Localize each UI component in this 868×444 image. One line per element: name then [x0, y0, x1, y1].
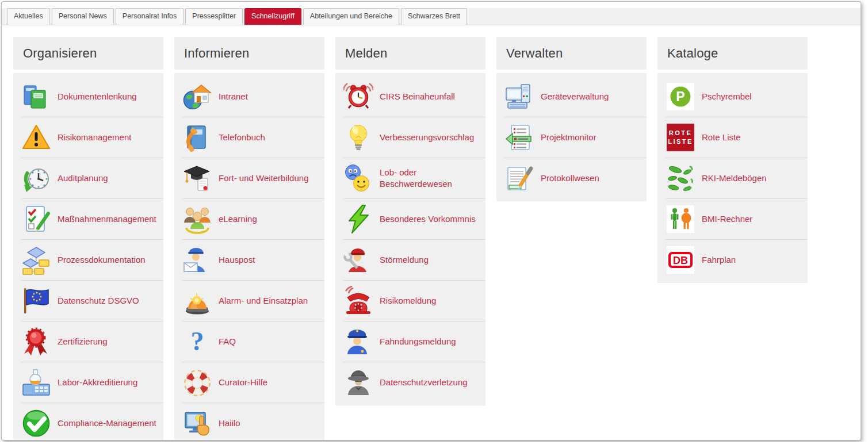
item-risikomanagement[interactable]: Risikomanagement: [13, 117, 163, 158]
item-fort-und-weiterbildung[interactable]: Fort- und Weiterbildung: [174, 158, 324, 198]
item-cirs-beinaheunfall[interactable]: CIRS Beinaheunfall: [335, 76, 485, 117]
checklist-pencil-icon: [21, 204, 51, 234]
tab-abteilungen-und-bereiche[interactable]: Abteilungen und Bereiche: [303, 8, 399, 25]
item-fahndungsmeldung[interactable]: Fahndungsmeldung: [335, 321, 485, 362]
item-label: FAQ: [219, 336, 236, 347]
flowchart-icon: [21, 245, 51, 275]
item-label: Datenschutzverletzung: [380, 377, 468, 388]
column-kataloge: Kataloge P Pschyrembel: [657, 37, 808, 283]
column-title: Kataloge: [657, 37, 808, 70]
column-verwalten: Verwalten: [496, 37, 647, 201]
alarm-clock-icon: [343, 82, 373, 112]
people-group-icon: [182, 204, 212, 234]
column-title: Organisieren: [13, 37, 163, 70]
tab-schnellzugriff[interactable]: Schnellzugriff: [244, 8, 301, 25]
item-label: Rote Liste: [702, 132, 741, 143]
item-label: Projektmonitor: [541, 132, 596, 143]
item-dokumentenlenkung[interactable]: Dokumentenlenkung: [13, 76, 163, 117]
item-label: Fort- und Weiterbildung: [219, 173, 308, 184]
item-label: Haiilo: [219, 418, 240, 429]
item-datenschutz-dsgvo[interactable]: Datenschutz DSGVO: [13, 280, 163, 321]
item-label: Datenschutz DSGVO: [58, 295, 139, 307]
smileys-icon: [343, 163, 373, 193]
column-title: Informieren: [174, 37, 324, 70]
police-officer-icon: [343, 327, 373, 357]
item-protokollwesen[interactable]: Protokollwesen: [496, 158, 647, 198]
item-geraeteverwaltung[interactable]: Geräteverwaltung: [496, 76, 647, 117]
item-label: BMI-Rechner: [702, 213, 752, 225]
item-label: Intranet: [219, 91, 248, 102]
books-icon: [21, 82, 51, 112]
item-rote-liste[interactable]: ROTE LISTE Rote Liste: [657, 117, 808, 158]
mechanic-wrench-icon: [343, 245, 373, 275]
warning-triangle-icon: [21, 123, 51, 152]
lifebuoy-icon: [182, 368, 212, 397]
column-organisieren: Organisieren Dokumentenlenkung: [13, 37, 163, 441]
item-verbesserungsvorschlag[interactable]: Verbesserungsvorschlag: [335, 117, 485, 158]
item-massnahmenmanagement[interactable]: Maßnahmenmanagement: [13, 198, 163, 239]
item-lob-oder-beschwerdewesen[interactable]: Lob- oder Beschwerdewesen: [335, 158, 485, 198]
item-label: eLearning: [219, 213, 257, 225]
tab-personalrat-infos[interactable]: Personalrat Infos: [116, 8, 184, 25]
document-arrow-icon: [504, 123, 534, 152]
item-stoermeldung[interactable]: Störmeldung: [335, 239, 485, 280]
green-check-icon: [21, 408, 51, 438]
item-label: Pschyrembel: [702, 91, 752, 102]
tab-schwarzes-brett[interactable]: Schwarzes Brett: [401, 8, 467, 25]
svg-text:P: P: [676, 89, 685, 104]
column-melden: Melden: [335, 37, 485, 405]
rosette-icon: [21, 327, 51, 357]
monitor-hand-icon: [182, 408, 212, 438]
item-label: Prozessdokumentation: [58, 254, 146, 266]
item-label: Verbesserungsvorschlag: [380, 132, 474, 143]
item-label: Maßnahmenmanagement: [58, 213, 156, 225]
item-label: Auditplanung: [58, 173, 108, 184]
lab-flask-icon: [21, 368, 51, 397]
item-label: Risikomeldung: [380, 295, 436, 307]
globe-house-icon: [182, 82, 212, 112]
item-labor-akkreditierung[interactable]: Labor-Akkreditierung: [13, 362, 163, 403]
item-hauspost[interactable]: Hauspost: [174, 239, 324, 280]
column-informieren: Informieren Intranet: [174, 37, 324, 441]
item-label: Telefonbuch: [219, 132, 265, 143]
item-telefonbuch[interactable]: Telefonbuch: [174, 117, 324, 158]
item-curator-hilfe[interactable]: Curator-Hilfe: [174, 362, 324, 403]
clock-audit-icon: [21, 163, 51, 193]
bmi-figures-icon: [666, 204, 695, 234]
item-elearning[interactable]: eLearning: [174, 198, 324, 239]
item-projektmonitor[interactable]: Projektmonitor: [496, 117, 647, 158]
item-label: Fahrplan: [702, 254, 736, 266]
quick-access-grid: Organisieren Dokumentenlenkung: [2, 25, 861, 441]
item-prozessdokumentation[interactable]: Prozessdokumentation: [13, 239, 163, 280]
item-besonderes-vorkommnis[interactable]: Besonderes Vorkommnis: [335, 198, 485, 239]
column-title: Melden: [335, 37, 485, 70]
item-alarm-und-einsatzplan[interactable]: Alarm- und Einsatzplan: [174, 280, 324, 321]
item-label: Störmeldung: [380, 254, 429, 266]
item-auditplanung[interactable]: Auditplanung: [13, 158, 163, 198]
db-logo-icon: DB: [666, 245, 695, 275]
item-intranet[interactable]: Intranet: [174, 76, 324, 117]
svg-text:DB: DB: [673, 255, 688, 266]
siren-icon: [182, 286, 212, 316]
tab-pressesplitter[interactable]: Pressesplitter: [185, 8, 243, 25]
item-risikomeldung[interactable]: Risikomeldung: [335, 280, 485, 321]
tab-bar: Aktuelles Personal News Personalrat Info…: [2, 8, 861, 25]
spy-icon: [343, 368, 373, 397]
item-bmi-rechner[interactable]: BMI-Rechner: [657, 198, 808, 239]
item-label: Risikomanagement: [58, 132, 131, 143]
item-compliance-management[interactable]: Compliance-Management: [13, 403, 163, 441]
item-zertifizierung[interactable]: Zertifizierung: [13, 321, 163, 362]
item-faq[interactable]: ? FAQ: [174, 321, 324, 362]
item-pschyrembel[interactable]: P Pschyrembel: [657, 76, 808, 117]
item-label: Dokumentenlenkung: [58, 91, 137, 102]
item-datenschutzverletzung[interactable]: Datenschutzverletzung: [335, 362, 485, 403]
question-mark-icon: ?: [182, 327, 212, 357]
item-label: CIRS Beinaheunfall: [380, 91, 455, 102]
tab-aktuelles[interactable]: Aktuelles: [7, 8, 50, 25]
item-rki-meldeboegen[interactable]: RKI-Meldebögen: [657, 158, 808, 198]
item-label: Hauspost: [219, 254, 255, 266]
eu-flag-icon: [21, 286, 51, 316]
tab-personal-news[interactable]: Personal News: [52, 8, 114, 25]
item-fahrplan[interactable]: DB Fahrplan: [657, 239, 808, 280]
item-haiilo[interactable]: Haiilo: [174, 403, 324, 441]
